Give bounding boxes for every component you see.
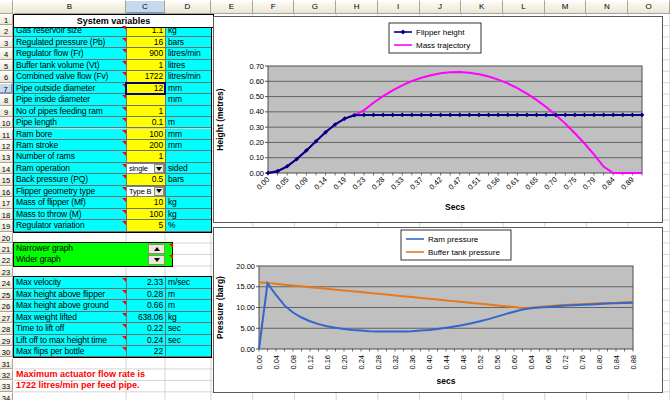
cell-B13-label[interactable]: Number of rams: [14, 151, 126, 162]
dropdown-button[interactable]: [154, 164, 164, 173]
cell-B16-label[interactable]: Flipper geometry type: [14, 186, 126, 197]
cell-C19-value[interactable]: 5: [126, 220, 165, 231]
row-header-9[interactable]: 9: [0, 106, 13, 117]
row-header-10[interactable]: 10: [0, 117, 13, 128]
cell-B28-label[interactable]: Time to lift off: [14, 323, 126, 334]
dropdown-button[interactable]: [154, 187, 164, 196]
cell-D18-unit[interactable]: kg: [165, 209, 211, 220]
wider-graph-spin-down-button[interactable]: [148, 255, 165, 265]
cell-C5-value[interactable]: 1: [126, 60, 165, 71]
cell-C27-value[interactable]: 638.06: [126, 312, 165, 323]
row-header-21[interactable]: 21: [0, 243, 13, 254]
column-header-M[interactable]: M: [545, 0, 587, 14]
cell-B17-label[interactable]: Mass of flipper (Mf): [14, 197, 126, 208]
row-header-28[interactable]: 28: [0, 323, 13, 334]
cell-D7-unit[interactable]: mm: [165, 83, 211, 94]
cell-C9-value[interactable]: 1: [126, 106, 165, 117]
cell-D9-unit[interactable]: [165, 106, 211, 117]
column-header-J[interactable]: J: [420, 0, 462, 14]
height-chart[interactable]: 0.000.100.200.300.400.500.600.700.000.05…: [213, 16, 663, 223]
row-header-3[interactable]: 3: [0, 37, 13, 48]
row-header-17[interactable]: 17: [0, 197, 13, 208]
cell-D29-unit[interactable]: sec: [165, 335, 211, 346]
cell-B29-label[interactable]: Lift off to max height time: [14, 335, 126, 346]
cell-D15-unit[interactable]: bars: [165, 174, 211, 185]
cell-C7-value[interactable]: 12: [126, 83, 165, 94]
row-header-26[interactable]: 26: [0, 300, 13, 311]
column-header-H[interactable]: H: [336, 0, 378, 14]
cell-D4-unit[interactable]: litres/min: [165, 48, 211, 59]
cell-D6-unit[interactable]: litres/min: [165, 71, 211, 82]
cell-B25-label[interactable]: Max height above flipper: [14, 289, 126, 300]
column-header-C[interactable]: C: [126, 0, 165, 14]
row-header-13[interactable]: 13: [0, 151, 13, 162]
cell-B12-label[interactable]: Ram stroke: [14, 140, 126, 151]
cell-C26-value[interactable]: 0.66: [126, 300, 165, 311]
column-header-I[interactable]: I: [378, 0, 420, 14]
row-header-32[interactable]: 32: [0, 369, 13, 380]
column-header-D[interactable]: D: [165, 0, 211, 14]
cell-C28-value[interactable]: 0.22: [126, 323, 165, 334]
cell-B26-label[interactable]: Max height above ground: [14, 300, 126, 311]
cell-B5-label[interactable]: Buffer tank volume (Vt): [14, 60, 126, 71]
cell-D14-unit[interactable]: sided: [165, 163, 211, 174]
row-header-1[interactable]: 1: [0, 14, 13, 25]
row-header-8[interactable]: 8: [0, 94, 13, 105]
row-header-22[interactable]: 22: [0, 254, 13, 265]
row-header-31[interactable]: 31: [0, 358, 13, 369]
cell-D27-unit[interactable]: kg: [165, 312, 211, 323]
cell-C4-value[interactable]: 900: [126, 48, 165, 59]
cell-B9-label[interactable]: No of pipes feeding ram: [14, 106, 126, 117]
cell-C12-value[interactable]: 200: [126, 140, 165, 151]
cell-B24-label[interactable]: Max velocity: [14, 277, 126, 288]
column-header-G[interactable]: G: [294, 0, 336, 14]
cell-B14-label[interactable]: Ram operation: [14, 163, 126, 174]
cell-C15-value[interactable]: 0.5: [126, 174, 165, 185]
cell-D3-unit[interactable]: bars: [165, 37, 211, 48]
row-header-15[interactable]: 15: [0, 174, 13, 185]
cell-D5-unit[interactable]: litres: [165, 60, 211, 71]
narrower-graph-spin-up-button[interactable]: [148, 244, 165, 254]
column-header-O[interactable]: O: [628, 0, 670, 14]
cell-D30-unit[interactable]: [165, 346, 211, 357]
cell-C17-value[interactable]: 10: [126, 197, 165, 208]
cell-B30-label[interactable]: Max flips per bottle: [14, 346, 126, 357]
cell-D8-unit[interactable]: mm: [165, 94, 211, 105]
cell-B4-label[interactable]: Regulator flow (Fr): [14, 48, 126, 59]
row-header-7[interactable]: 7: [0, 83, 13, 94]
cell-C3-value[interactable]: 16: [126, 37, 165, 48]
cell-D26-unit[interactable]: m: [165, 300, 211, 311]
row-header-6[interactable]: 6: [0, 71, 13, 82]
row-header-25[interactable]: 25: [0, 289, 13, 300]
cell-D13-unit[interactable]: [165, 151, 211, 162]
cell-B3-label[interactable]: Regulated pressure (Pb): [14, 37, 126, 48]
cell-D11-unit[interactable]: mm: [165, 129, 211, 140]
cell-B11-label[interactable]: Ram bore: [14, 129, 126, 140]
column-header-K[interactable]: K: [461, 0, 503, 14]
cell-D19-unit[interactable]: %: [165, 220, 211, 231]
cell-D16-unit[interactable]: [165, 186, 211, 197]
cell-B27-label[interactable]: Max weight lifted: [14, 312, 126, 323]
cell-C10-value[interactable]: 0.1: [126, 117, 165, 128]
row-header-16[interactable]: 16: [0, 186, 13, 197]
cell-C18-value[interactable]: 100: [126, 209, 165, 220]
row-header-2[interactable]: 2: [0, 25, 13, 36]
cell-D28-unit[interactable]: sec: [165, 323, 211, 334]
row-header-12[interactable]: 12: [0, 140, 13, 151]
row-header-23[interactable]: 23: [0, 266, 13, 277]
row-header-19[interactable]: 19: [0, 220, 13, 231]
cell-C25-value[interactable]: 0.28: [126, 289, 165, 300]
row-header-27[interactable]: 27: [0, 312, 13, 323]
row-header-14[interactable]: 14: [0, 163, 13, 174]
cell-D24-unit[interactable]: m/sec: [165, 277, 211, 288]
cell-D12-unit[interactable]: mm: [165, 140, 211, 151]
cell-C8-value[interactable]: [126, 94, 165, 105]
cell-B18-label[interactable]: Mass to throw (M): [14, 209, 126, 220]
row-header-34[interactable]: 34: [0, 392, 13, 400]
cell-C11-value[interactable]: 100: [126, 129, 165, 140]
cell-B15-label[interactable]: Back pressure (PQ): [14, 174, 126, 185]
pressure-chart[interactable]: 0.005.0010.0015.0020.000.000.040.080.120…: [213, 227, 663, 393]
cell-D17-unit[interactable]: kg: [165, 197, 211, 208]
cell-D25-unit[interactable]: m: [165, 289, 211, 300]
row-header-29[interactable]: 29: [0, 335, 13, 346]
